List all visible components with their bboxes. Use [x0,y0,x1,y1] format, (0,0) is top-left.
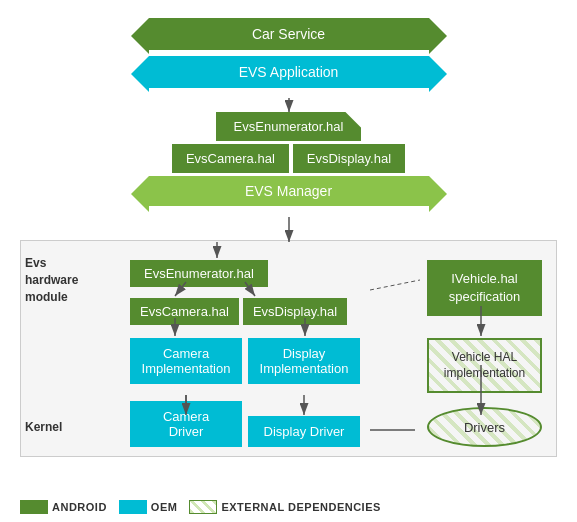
diagram-container: Car Service EVS Application EvsEnumerato… [0,0,577,522]
evs-hw-label: Evs hardware module [25,255,85,305]
legend-oem: OEM [119,500,178,514]
evs-enumerator-hal-inner: EvsEnumerator.hal [130,260,268,287]
evs-enumerator-hal-top: EvsEnumerator.hal [216,112,362,141]
evs-manager-bar: EVS Manager [149,176,429,206]
display-driver: Display Driver [248,416,360,447]
android-swatch [20,500,48,514]
android-label: ANDROID [52,501,107,513]
evs-app-bar: EVS Application [149,56,429,88]
evs-display-hal-top: EvsDisplay.hal [293,144,405,173]
vehicle-hal-impl: Vehicle HAL implementation [427,338,542,393]
oem-swatch [119,500,147,514]
drivers-oval: Drivers [427,407,542,447]
camera-implementation: Camera Implementation [130,338,242,384]
evs-camera-hal-top: EvsCamera.hal [172,144,289,173]
legend-external: EXTERNAL DEPENDENCIES [189,500,380,514]
inner-hal-row: EvsCamera.hal EvsDisplay.hal [130,298,347,325]
legend-android: ANDROID [20,500,107,514]
kernel-label: Kernel [25,420,62,434]
legend: ANDROID OEM EXTERNAL DEPENDENCIES [20,500,557,514]
external-label: EXTERNAL DEPENDENCIES [221,501,380,513]
ivehicle-hal-box: IVehicle.hal specification [427,260,542,316]
evs-camera-hal-inner: EvsCamera.hal [130,298,239,325]
oem-label: OEM [151,501,178,513]
camera-driver: Camera Driver [130,401,242,447]
external-swatch [189,500,217,514]
car-service-bar: Car Service [149,18,429,50]
evs-display-hal-inner: EvsDisplay.hal [243,298,347,325]
display-implementation: Display Implementation [248,338,360,384]
